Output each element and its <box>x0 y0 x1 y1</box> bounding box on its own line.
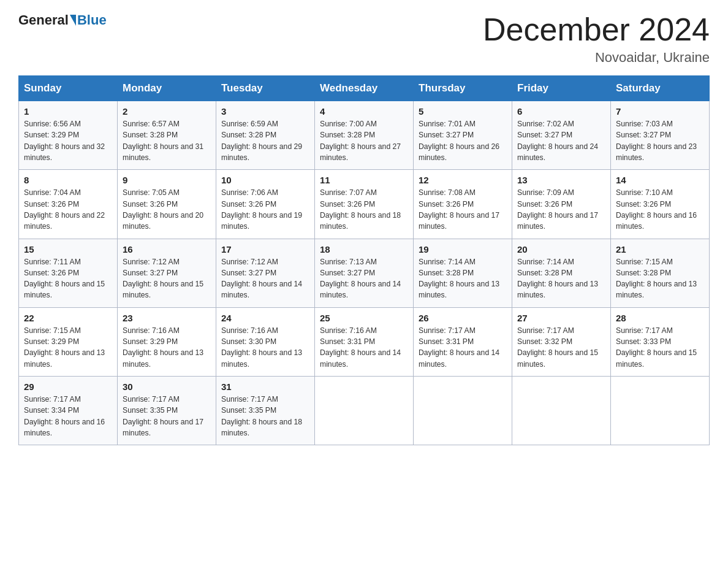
day-number: 22 <box>24 313 112 323</box>
calendar-day-cell: 8Sunrise: 7:04 AMSunset: 3:26 PMDaylight… <box>19 170 118 239</box>
day-info: Sunrise: 7:14 AMSunset: 3:28 PMDaylight:… <box>517 258 598 300</box>
day-info: Sunrise: 7:17 AMSunset: 3:32 PMDaylight:… <box>517 326 598 369</box>
logo-general-text: General <box>18 12 69 28</box>
day-info: Sunrise: 7:17 AMSunset: 3:31 PMDaylight:… <box>419 326 499 369</box>
calendar-table: SundayMondayTuesdayWednesdayThursdayFrid… <box>18 75 710 445</box>
page-header: General Blue December 2024 Novoaidar, Uk… <box>18 12 710 66</box>
day-info: Sunrise: 7:04 AMSunset: 3:26 PMDaylight:… <box>24 188 105 231</box>
calendar-week-row: 15Sunrise: 7:11 AMSunset: 3:26 PMDayligh… <box>19 239 710 307</box>
day-number: 31 <box>221 381 309 392</box>
location-title: Novoaidar, Ukraine <box>483 50 710 66</box>
day-number: 17 <box>221 244 309 255</box>
calendar-day-cell: 23Sunrise: 7:16 AMSunset: 3:29 PMDayligh… <box>118 307 216 376</box>
calendar-day-cell: 20Sunrise: 7:14 AMSunset: 3:28 PMDayligh… <box>512 239 611 307</box>
day-info: Sunrise: 7:12 AMSunset: 3:27 PMDaylight:… <box>221 258 302 300</box>
day-number: 15 <box>24 244 112 255</box>
calendar-day-cell: 9Sunrise: 7:05 AMSunset: 3:26 PMDaylight… <box>118 170 216 239</box>
calendar-day-cell: 16Sunrise: 7:12 AMSunset: 3:27 PMDayligh… <box>118 239 216 307</box>
logo-blue-text: Blue <box>77 12 107 28</box>
day-number: 5 <box>419 106 507 117</box>
calendar-day-cell: 13Sunrise: 7:09 AMSunset: 3:26 PMDayligh… <box>512 170 611 239</box>
day-info: Sunrise: 7:16 AMSunset: 3:29 PMDaylight:… <box>123 326 203 369</box>
weekday-header-friday: Friday <box>512 76 611 101</box>
logo: General Blue <box>18 12 107 28</box>
calendar-week-row: 8Sunrise: 7:04 AMSunset: 3:26 PMDaylight… <box>19 170 710 239</box>
calendar-day-cell <box>315 376 414 445</box>
logo-triangle-icon <box>70 15 76 26</box>
day-info: Sunrise: 7:11 AMSunset: 3:26 PMDaylight:… <box>24 258 105 300</box>
day-number: 19 <box>419 244 507 255</box>
day-info: Sunrise: 7:17 AMSunset: 3:35 PMDaylight:… <box>221 395 302 437</box>
weekday-header-tuesday: Tuesday <box>216 76 315 101</box>
day-number: 25 <box>320 313 408 323</box>
calendar-day-cell <box>414 376 512 445</box>
day-info: Sunrise: 6:56 AMSunset: 3:29 PMDaylight:… <box>24 120 105 162</box>
day-number: 11 <box>320 175 408 185</box>
day-number: 28 <box>616 313 704 323</box>
day-number: 14 <box>616 175 704 185</box>
day-info: Sunrise: 7:12 AMSunset: 3:27 PMDaylight:… <box>123 258 203 300</box>
day-number: 12 <box>419 175 507 185</box>
title-area: December 2024 Novoaidar, Ukraine <box>483 12 710 66</box>
calendar-day-cell: 30Sunrise: 7:17 AMSunset: 3:35 PMDayligh… <box>118 376 216 445</box>
day-number: 18 <box>320 244 408 255</box>
calendar-day-cell: 15Sunrise: 7:11 AMSunset: 3:26 PMDayligh… <box>19 239 118 307</box>
day-info: Sunrise: 7:16 AMSunset: 3:30 PMDaylight:… <box>221 326 302 369</box>
day-info: Sunrise: 7:17 AMSunset: 3:33 PMDaylight:… <box>616 326 697 369</box>
calendar-day-cell: 10Sunrise: 7:06 AMSunset: 3:26 PMDayligh… <box>216 170 315 239</box>
weekday-header-sunday: Sunday <box>19 76 118 101</box>
day-number: 9 <box>123 175 211 185</box>
calendar-week-row: 29Sunrise: 7:17 AMSunset: 3:34 PMDayligh… <box>19 376 710 445</box>
day-number: 16 <box>123 244 211 255</box>
calendar-day-cell: 21Sunrise: 7:15 AMSunset: 3:28 PMDayligh… <box>611 239 710 307</box>
month-title: December 2024 <box>483 12 710 47</box>
day-info: Sunrise: 6:57 AMSunset: 3:28 PMDaylight:… <box>123 120 203 162</box>
calendar-day-cell: 11Sunrise: 7:07 AMSunset: 3:26 PMDayligh… <box>315 170 414 239</box>
weekday-header-row: SundayMondayTuesdayWednesdayThursdayFrid… <box>19 76 710 101</box>
day-number: 21 <box>616 244 704 255</box>
day-info: Sunrise: 7:10 AMSunset: 3:26 PMDaylight:… <box>616 188 697 231</box>
day-info: Sunrise: 7:15 AMSunset: 3:29 PMDaylight:… <box>24 326 105 369</box>
calendar-day-cell: 6Sunrise: 7:02 AMSunset: 3:27 PMDaylight… <box>512 101 611 170</box>
day-number: 20 <box>517 244 605 255</box>
calendar-day-cell: 25Sunrise: 7:16 AMSunset: 3:31 PMDayligh… <box>315 307 414 376</box>
calendar-day-cell: 27Sunrise: 7:17 AMSunset: 3:32 PMDayligh… <box>512 307 611 376</box>
day-info: Sunrise: 7:15 AMSunset: 3:28 PMDaylight:… <box>616 258 697 300</box>
day-info: Sunrise: 7:06 AMSunset: 3:26 PMDaylight:… <box>221 188 302 231</box>
day-info: Sunrise: 7:03 AMSunset: 3:27 PMDaylight:… <box>616 120 697 162</box>
calendar-day-cell: 4Sunrise: 7:00 AMSunset: 3:28 PMDaylight… <box>315 101 414 170</box>
day-number: 8 <box>24 175 112 185</box>
calendar-week-row: 22Sunrise: 7:15 AMSunset: 3:29 PMDayligh… <box>19 307 710 376</box>
day-info: Sunrise: 7:07 AMSunset: 3:26 PMDaylight:… <box>320 188 401 231</box>
day-number: 13 <box>517 175 605 185</box>
day-info: Sunrise: 7:05 AMSunset: 3:26 PMDaylight:… <box>123 188 203 231</box>
day-info: Sunrise: 7:17 AMSunset: 3:35 PMDaylight:… <box>123 395 203 437</box>
day-info: Sunrise: 7:09 AMSunset: 3:26 PMDaylight:… <box>517 188 598 231</box>
day-number: 30 <box>123 381 211 392</box>
calendar-day-cell: 31Sunrise: 7:17 AMSunset: 3:35 PMDayligh… <box>216 376 315 445</box>
day-number: 10 <box>221 175 309 185</box>
calendar-day-cell: 7Sunrise: 7:03 AMSunset: 3:27 PMDaylight… <box>611 101 710 170</box>
calendar-day-cell: 3Sunrise: 6:59 AMSunset: 3:28 PMDaylight… <box>216 101 315 170</box>
day-info: Sunrise: 7:02 AMSunset: 3:27 PMDaylight:… <box>517 120 598 162</box>
calendar-day-cell: 28Sunrise: 7:17 AMSunset: 3:33 PMDayligh… <box>611 307 710 376</box>
calendar-day-cell: 14Sunrise: 7:10 AMSunset: 3:26 PMDayligh… <box>611 170 710 239</box>
day-number: 24 <box>221 313 309 323</box>
day-number: 3 <box>221 106 309 117</box>
day-info: Sunrise: 7:01 AMSunset: 3:27 PMDaylight:… <box>419 120 499 162</box>
day-number: 2 <box>123 106 211 117</box>
day-number: 4 <box>320 106 408 117</box>
day-info: Sunrise: 7:16 AMSunset: 3:31 PMDaylight:… <box>320 326 401 369</box>
calendar-day-cell: 17Sunrise: 7:12 AMSunset: 3:27 PMDayligh… <box>216 239 315 307</box>
weekday-header-monday: Monday <box>118 76 216 101</box>
calendar-day-cell: 1Sunrise: 6:56 AMSunset: 3:29 PMDaylight… <box>19 101 118 170</box>
day-info: Sunrise: 7:17 AMSunset: 3:34 PMDaylight:… <box>24 395 105 437</box>
day-info: Sunrise: 6:59 AMSunset: 3:28 PMDaylight:… <box>221 120 302 162</box>
calendar-day-cell: 5Sunrise: 7:01 AMSunset: 3:27 PMDaylight… <box>414 101 512 170</box>
calendar-day-cell: 2Sunrise: 6:57 AMSunset: 3:28 PMDaylight… <box>118 101 216 170</box>
calendar-day-cell: 18Sunrise: 7:13 AMSunset: 3:27 PMDayligh… <box>315 239 414 307</box>
calendar-day-cell: 24Sunrise: 7:16 AMSunset: 3:30 PMDayligh… <box>216 307 315 376</box>
day-number: 26 <box>419 313 507 323</box>
calendar-day-cell: 19Sunrise: 7:14 AMSunset: 3:28 PMDayligh… <box>414 239 512 307</box>
calendar-day-cell <box>512 376 611 445</box>
